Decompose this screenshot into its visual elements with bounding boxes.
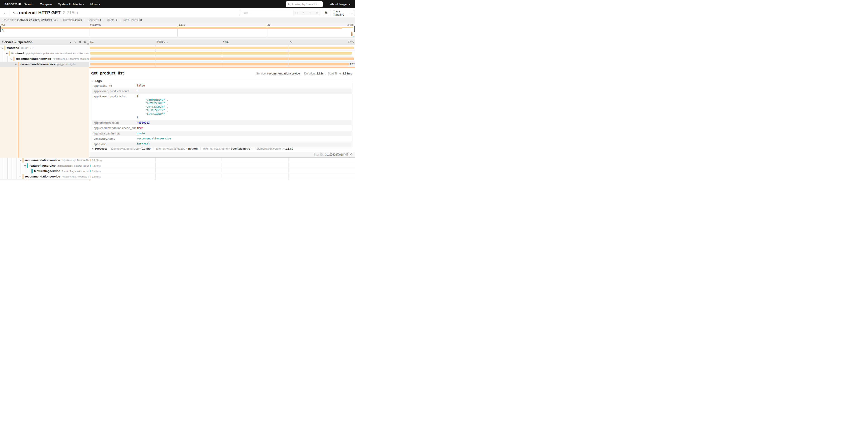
back-button[interactable] xyxy=(0,8,10,18)
link-icon[interactable] xyxy=(350,153,352,156)
tag-row[interactable]: app.filtered_products.count 8 xyxy=(91,89,352,94)
chevron-down-icon[interactable] xyxy=(10,58,13,60)
span-tree-cell[interactable]: recommendationservice /hipstershop.Recom… xyxy=(0,56,89,62)
nav-item-monitor[interactable]: Monitor xyxy=(90,2,100,6)
column-splitter[interactable] xyxy=(89,39,89,180)
collapse-trace-chevron[interactable] xyxy=(12,11,16,15)
services-label: Services xyxy=(88,19,99,22)
span-row[interactable]: 1.04ms recommendationservice /hipstersho… xyxy=(0,174,355,179)
keyboard-shortcuts-button[interactable]: ⌘ xyxy=(323,10,329,16)
span-tick[interactable] xyxy=(90,170,91,172)
tag-row[interactable]: app.products.count 44530923 xyxy=(91,120,352,126)
chevron-down-icon[interactable] xyxy=(19,175,22,178)
span-tree-cell[interactable]: recommendationservice /hipstershop.Featu… xyxy=(0,157,89,163)
tags-section-toggle[interactable]: Tags xyxy=(91,79,102,83)
span-row[interactable]: recommendationservice /hipstershop.Recom… xyxy=(0,56,355,62)
span-tick[interactable] xyxy=(90,165,91,167)
span-tree-cell[interactable]: featureflagservice featureflagservice.re… xyxy=(0,169,89,174)
tag-row[interactable]: app.recommendation.cache_enabled true xyxy=(91,125,352,131)
expand-all-icon[interactable] xyxy=(84,41,87,43)
process-toggle-chevron[interactable] xyxy=(91,148,94,150)
span-detail-panel: get_product_list Service:recommendations… xyxy=(0,67,355,157)
span-row[interactable]: frontend grpc.hipstershop.Recommendation… xyxy=(0,51,355,56)
span-tick[interactable] xyxy=(90,159,91,161)
span-tree-cell[interactable]: featureflagservice /hipstershop.FeatureF… xyxy=(0,163,89,169)
span-bar[interactable] xyxy=(90,58,354,60)
span-row-partial[interactable] xyxy=(0,179,89,180)
timeline-tick: 2.67s xyxy=(348,41,354,43)
span-timeline-cell[interactable] xyxy=(89,56,355,62)
tag-row[interactable]: otel.library.name recommendationservice xyxy=(91,136,352,142)
about-jaeger-label: About Jaeger xyxy=(330,2,347,6)
trace-id: 2f715fb xyxy=(63,10,78,16)
span-timeline-cell[interactable] xyxy=(89,51,355,56)
collapse-all-icon[interactable] xyxy=(79,41,82,43)
about-jaeger-menu[interactable]: About Jaeger xyxy=(330,2,351,6)
span-timeline-cell[interactable]: 1.04ms xyxy=(89,174,355,179)
minimap-span-productcatalog xyxy=(351,34,352,35)
span-bar[interactable] xyxy=(90,52,352,55)
chevron-down-icon[interactable] xyxy=(24,165,26,167)
span-timeline-cell[interactable] xyxy=(89,45,355,51)
span-timeline-cell[interactable]: 3.47ms xyxy=(89,169,355,174)
service-color-bar xyxy=(13,57,14,61)
span-row[interactable]: frontend HTTP GET xyxy=(0,45,355,51)
service-color-bar xyxy=(27,180,28,180)
minimap-right-handle[interactable] xyxy=(354,26,355,32)
minimap-left-handle[interactable] xyxy=(0,26,1,32)
minimap-canvas[interactable] xyxy=(0,26,355,37)
service-color-bar xyxy=(22,158,24,163)
chevron-down-icon[interactable] xyxy=(6,52,8,55)
span-timeline-cell[interactable]: 2.62s xyxy=(89,62,355,67)
tag-row[interactable]: app.cache_hit false xyxy=(91,83,352,89)
separator xyxy=(326,72,326,75)
trace-summary-bar: Trace Start October 22 2022, 22:10:09 .5… xyxy=(0,18,355,23)
locate-icon[interactable] xyxy=(295,11,299,14)
total-spans-value: 20 xyxy=(139,19,142,22)
span-bar[interactable] xyxy=(90,63,349,65)
trace-lookup-input[interactable] xyxy=(292,3,319,6)
span-row[interactable]: 3.68ms featureflagservice /hipstershop.F… xyxy=(0,163,355,169)
minimap-span-featureflagservice xyxy=(2,29,3,30)
app-brand[interactable]: JAEGER UI xyxy=(4,2,21,6)
minimap-span-featureflagservice xyxy=(353,36,353,37)
column-resizer-grip[interactable] xyxy=(87,43,89,45)
operation-name: HTTP GET xyxy=(21,47,34,49)
nav-item-system-architecture[interactable]: System Architecture xyxy=(58,2,84,6)
chevron-down-icon[interactable] xyxy=(19,159,22,161)
span-timeline-cell[interactable]: 3.68ms xyxy=(89,163,355,169)
span-timeline-cell[interactable]: 14.49ms xyxy=(89,157,355,163)
view-selector-button[interactable]: Trace Timeline xyxy=(331,10,355,16)
depth-label: Depth xyxy=(107,19,115,22)
span-tree-cell[interactable]: frontend HTTP GET xyxy=(0,45,89,51)
service-name: recommendationservice xyxy=(25,158,60,162)
span-bar-duration-label: 2.62s xyxy=(350,63,355,66)
tag-value: ["1YMWWN1N4O" ,"66VCHSJNUP" ,"2ZYFJ3GM2N… xyxy=(137,94,352,120)
find-prev-icon[interactable] xyxy=(302,11,305,14)
span-tick-partial xyxy=(90,179,91,180)
tag-row[interactable]: app.filtered_products.list ["1YMWWN1N4O"… xyxy=(91,94,352,120)
find-input[interactable] xyxy=(239,10,293,16)
arrow-left-icon xyxy=(3,11,7,14)
span-row[interactable]: 2.62s recommendationservice get_product_… xyxy=(0,62,355,67)
span-id-footer: SpanID: 1ca2262df0e18447 xyxy=(89,152,355,157)
span-tick[interactable] xyxy=(90,175,91,178)
clear-find-icon[interactable] xyxy=(315,11,319,14)
span-tree-cell[interactable]: frontend grpc.hipstershop.Recommendation… xyxy=(0,51,89,56)
tag-row[interactable]: internal.span.format proto xyxy=(91,131,352,136)
process-tag: telemetry.sdk.language=python xyxy=(153,147,200,150)
chevron-down-icon[interactable] xyxy=(15,63,17,66)
span-tree-cell[interactable]: recommendationservice /hipstershop.Produ… xyxy=(0,174,89,179)
collapse-one-icon[interactable] xyxy=(69,41,72,43)
span-row[interactable]: 3.47ms featureflagservice featureflagser… xyxy=(0,169,355,174)
span-tree-cell[interactable]: recommendationservice get_product_list xyxy=(0,62,89,67)
span-bar[interactable] xyxy=(90,47,354,49)
nav-item-search[interactable]: Search xyxy=(24,2,33,6)
chevron-down-icon[interactable] xyxy=(1,47,4,49)
nav-item-compare[interactable]: Compare xyxy=(40,2,52,6)
service-name: recommendationservice xyxy=(16,57,51,60)
find-next-icon[interactable] xyxy=(308,11,312,14)
span-row[interactable]: 14.49ms recommendationservice /hipstersh… xyxy=(0,157,355,163)
expand-one-icon[interactable] xyxy=(74,41,76,43)
tag-row[interactable]: span.kind internal xyxy=(91,142,352,147)
